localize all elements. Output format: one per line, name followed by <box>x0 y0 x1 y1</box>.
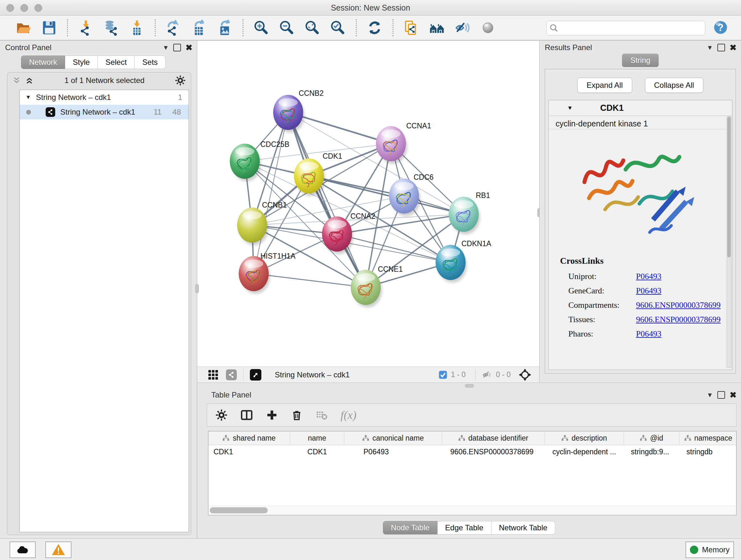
network-node-CDK1[interactable]: CDK1 <box>294 152 342 196</box>
table-horizontal-scrollbar[interactable] <box>208 506 736 515</box>
control-panel-title: Control Panel <box>5 43 51 52</box>
node-label: RB1 <box>476 191 490 199</box>
copy-network-icon[interactable] <box>403 19 420 36</box>
gene-description: cyclin-dependent kinase 1 <box>549 116 732 129</box>
import-network-icon[interactable] <box>77 19 94 36</box>
tab-network-table[interactable]: Network Table <box>491 521 556 535</box>
save-session-icon[interactable] <box>41 19 57 36</box>
network-node-RB1[interactable]: RB1 <box>449 191 490 234</box>
string-view-icon[interactable] <box>226 369 237 380</box>
results-tab-string[interactable]: String <box>540 54 741 67</box>
tissues-link[interactable]: 9606.ENSP00000378699 <box>636 312 721 327</box>
table-options-gear-icon[interactable] <box>215 409 227 421</box>
results-scrollbar-thumb[interactable] <box>727 117 731 257</box>
pharos-link[interactable]: P06493 <box>636 327 661 341</box>
search-field[interactable] <box>546 21 705 36</box>
help-icon[interactable]: ? <box>712 19 729 36</box>
zoom-fit-icon[interactable] <box>304 19 321 36</box>
section-expander-icon[interactable]: ▼ <box>567 105 573 111</box>
uniprot-link[interactable]: P06493 <box>636 269 661 284</box>
export-table-icon[interactable] <box>191 19 207 36</box>
selected-checkbox-icon[interactable] <box>438 370 448 380</box>
panel-close-icon[interactable]: ✖ <box>185 43 192 53</box>
panel-menu-icon[interactable]: ▼ <box>706 44 713 51</box>
left-splitter-handle[interactable] <box>195 284 199 293</box>
column-header[interactable]: description <box>545 431 624 445</box>
compartments-link[interactable]: 9606.ENSP00000378699 <box>636 298 721 312</box>
collapse-all-icon[interactable] <box>12 76 21 85</box>
cloud-services-button[interactable] <box>10 542 36 558</box>
network-node-CDKN1A[interactable]: CDKN1A <box>435 240 491 283</box>
gene-section-header[interactable]: ▼ CDK1 <box>549 100 732 116</box>
tab-sets[interactable]: Sets <box>135 56 165 69</box>
open-in-window-icon[interactable] <box>250 369 261 381</box>
node-table[interactable]: shared name name canonical name database… <box>208 431 737 515</box>
zoom-out-icon[interactable] <box>279 19 295 36</box>
gene-name: CDK1 <box>600 103 624 113</box>
column-header[interactable]: namespace <box>679 431 737 445</box>
export-network-icon[interactable] <box>165 19 182 36</box>
panel-float-icon[interactable] <box>173 44 181 51</box>
network-node-HIST1H1A[interactable]: HIST1H1A <box>239 252 296 294</box>
network-node-CDC25B[interactable]: CDC25B <box>230 140 289 181</box>
birds-eye-view-icon[interactable] <box>518 368 532 381</box>
panel-float-icon[interactable] <box>718 44 725 51</box>
panel-menu-icon[interactable]: ▼ <box>706 391 713 399</box>
grid-view-icon[interactable] <box>207 369 219 381</box>
node-label: CCNB1 <box>262 201 287 209</box>
apply-layout-icon[interactable] <box>366 19 383 36</box>
network-row-selected[interactable]: String Network – cdk1 11 48 <box>20 105 189 119</box>
genecard-link[interactable]: P06493 <box>636 284 661 298</box>
tab-edge-table[interactable]: Edge Table <box>437 521 491 535</box>
panel-menu-icon[interactable]: ▼ <box>162 44 169 51</box>
zoom-in-icon[interactable] <box>253 19 270 36</box>
collapse-all-button[interactable]: Collapse All <box>645 78 703 93</box>
open-session-icon[interactable] <box>15 19 32 36</box>
table-row[interactable]: CDK1 CDK1 P06493 9606.ENSP00000378699 cy… <box>208 445 736 458</box>
show-columns-icon[interactable] <box>240 409 253 422</box>
hide-glass-style-icon[interactable] <box>454 19 471 36</box>
tab-style[interactable]: Style <box>65 56 98 69</box>
network-node-CCNB2[interactable]: CCNB2 <box>273 89 324 132</box>
network-node-CDC6[interactable]: CDC6 <box>389 173 434 216</box>
results-scrollbar[interactable] <box>727 116 731 368</box>
results-panel: Results Panel ▼ ✖ String Expand All Coll… <box>539 41 741 382</box>
panel-float-icon[interactable] <box>718 391 725 399</box>
import-network-from-database-icon[interactable] <box>103 19 120 36</box>
string-home-icon[interactable] <box>428 19 445 36</box>
horizontal-splitter-handle[interactable] <box>465 384 474 388</box>
panel-close-icon[interactable]: ✖ <box>730 390 737 400</box>
column-header[interactable]: database identifier <box>442 431 545 445</box>
network-collection-row[interactable]: ▼ String Network – cdk1 1 <box>20 90 189 105</box>
column-header[interactable]: @id <box>624 431 679 445</box>
control-panel-tabs: Network Style Select Sets <box>21 56 165 69</box>
options-gear-icon[interactable] <box>175 75 186 86</box>
export-image-icon[interactable] <box>216 19 233 36</box>
memory-label: Memory <box>702 545 730 554</box>
warnings-button[interactable] <box>45 542 71 558</box>
column-header[interactable]: name <box>290 431 344 445</box>
search-input[interactable] <box>561 23 705 33</box>
horizontal-splitter[interactable] <box>197 382 741 388</box>
network-node-CCNB1[interactable]: CCNB1 <box>237 201 287 245</box>
table-scrollbar-thumb[interactable] <box>210 507 268 513</box>
column-header[interactable]: shared name <box>208 431 290 445</box>
create-column-plus-icon[interactable] <box>266 409 278 421</box>
panel-close-icon[interactable]: ✖ <box>730 43 737 53</box>
zoom-selected-icon[interactable] <box>330 19 346 36</box>
results-panel-header: Results Panel ▼ ✖ <box>540 41 741 54</box>
expand-all-icon[interactable] <box>24 76 34 85</box>
expand-all-button[interactable]: Expand All <box>577 78 632 93</box>
tab-network[interactable]: Network <box>21 56 65 69</box>
column-header[interactable]: canonical name <box>344 431 442 445</box>
crosslink-row: Compartments: 9606.ENSP00000378699 <box>560 298 732 312</box>
network-canvas[interactable]: CCNB2CCNA1CDC25BCDK1CDC6RB1CCNB1CCNA2CDK… <box>197 41 539 367</box>
delete-column-trash-icon[interactable] <box>291 409 303 421</box>
memory-button[interactable]: Memory <box>685 542 734 558</box>
tree-expander-icon[interactable]: ▼ <box>25 94 31 101</box>
import-table-icon[interactable] <box>129 19 145 36</box>
network-node-CCNA1[interactable]: CCNA1 <box>376 122 431 164</box>
tab-select[interactable]: Select <box>98 56 135 69</box>
show-graphics-details-icon[interactable] <box>480 19 496 36</box>
tab-node-table[interactable]: Node Table <box>383 521 437 535</box>
